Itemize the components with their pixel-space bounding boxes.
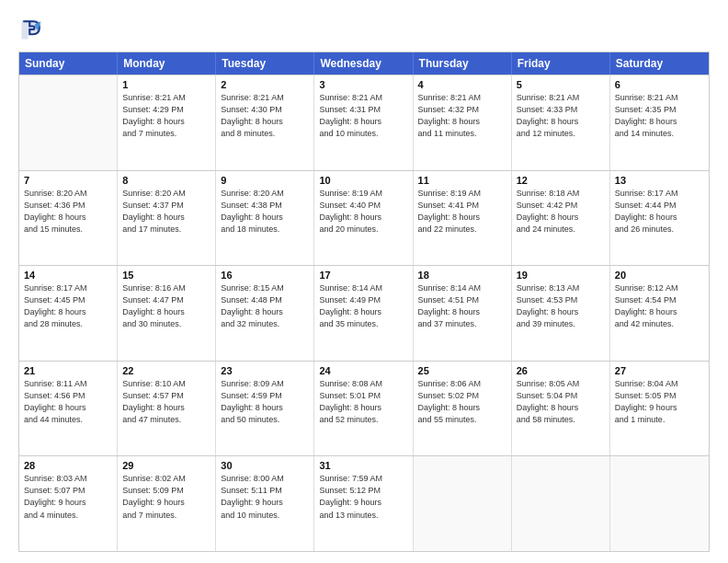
sunset-text: Sunset: 4:51 PM <box>418 294 506 306</box>
day-info: Sunrise: 8:20 AMSunset: 4:36 PMDaylight:… <box>24 188 112 236</box>
day-info: Sunrise: 8:21 AMSunset: 4:30 PMDaylight:… <box>221 92 309 140</box>
logo-icon <box>18 17 44 42</box>
calendar: SundayMondayTuesdayWednesdayThursdayFrid… <box>18 52 710 552</box>
day-info: Sunrise: 8:13 AMSunset: 4:53 PMDaylight:… <box>517 282 605 330</box>
cal-cell: 24Sunrise: 8:08 AMSunset: 5:01 PMDayligh… <box>314 362 413 456</box>
day-info: Sunrise: 8:12 AMSunset: 4:54 PMDaylight:… <box>615 282 704 330</box>
sunrise-text: Sunrise: 8:05 AM <box>517 378 605 390</box>
daylight-text-line1: Daylight: 8 hours <box>517 212 605 224</box>
sunrise-text: Sunrise: 8:21 AM <box>122 92 210 104</box>
day-info: Sunrise: 8:10 AMSunset: 4:57 PMDaylight:… <box>122 378 210 426</box>
week-row-3: 21Sunrise: 8:11 AMSunset: 4:56 PMDayligh… <box>19 361 709 456</box>
day-info: Sunrise: 8:02 AMSunset: 5:09 PMDaylight:… <box>122 473 210 521</box>
cal-cell: 5Sunrise: 8:21 AMSunset: 4:33 PMDaylight… <box>512 75 610 170</box>
daylight-text-line1: Daylight: 8 hours <box>221 116 309 128</box>
sunrise-text: Sunrise: 8:00 AM <box>221 473 309 485</box>
sunrise-text: Sunrise: 8:20 AM <box>24 188 112 200</box>
day-info: Sunrise: 8:20 AMSunset: 4:37 PMDaylight:… <box>122 188 210 236</box>
day-number: 17 <box>319 270 407 281</box>
day-number: 6 <box>615 79 704 90</box>
day-number: 29 <box>122 460 210 471</box>
week-row-4: 28Sunrise: 8:03 AMSunset: 5:07 PMDayligh… <box>19 455 709 551</box>
day-info: Sunrise: 8:17 AMSunset: 4:44 PMDaylight:… <box>615 188 704 236</box>
daylight-text-line2: and 28 minutes. <box>24 318 112 330</box>
sunrise-text: Sunrise: 8:14 AM <box>319 282 407 294</box>
sunset-text: Sunset: 4:49 PM <box>319 294 407 306</box>
day-number: 25 <box>418 365 506 376</box>
day-info: Sunrise: 8:14 AMSunset: 4:49 PMDaylight:… <box>319 282 407 330</box>
sunset-text: Sunset: 4:45 PM <box>24 294 112 306</box>
sunrise-text: Sunrise: 8:17 AM <box>24 282 112 294</box>
sunrise-text: Sunrise: 8:21 AM <box>221 92 309 104</box>
daylight-text-line2: and 14 minutes. <box>615 128 704 140</box>
sunset-text: Sunset: 4:47 PM <box>122 294 210 306</box>
sunset-text: Sunset: 4:53 PM <box>517 294 605 306</box>
day-info: Sunrise: 8:19 AMSunset: 4:41 PMDaylight:… <box>418 188 506 236</box>
sunset-text: Sunset: 4:54 PM <box>615 294 704 306</box>
cal-cell: 1Sunrise: 8:21 AMSunset: 4:29 PMDaylight… <box>118 75 216 170</box>
calendar-body: 1Sunrise: 8:21 AMSunset: 4:29 PMDaylight… <box>19 75 709 551</box>
sunset-text: Sunset: 5:09 PM <box>122 485 210 497</box>
day-number: 5 <box>517 79 605 90</box>
day-number: 15 <box>122 270 210 281</box>
sunset-text: Sunset: 4:31 PM <box>319 104 407 116</box>
daylight-text-line2: and 17 minutes. <box>122 224 210 236</box>
daylight-text-line1: Daylight: 8 hours <box>221 212 309 224</box>
sunrise-text: Sunrise: 8:13 AM <box>517 282 605 294</box>
day-number: 12 <box>517 175 605 186</box>
daylight-text-line2: and 12 minutes. <box>517 128 605 140</box>
day-number: 31 <box>319 460 407 471</box>
daylight-text-line2: and 4 minutes. <box>24 510 112 522</box>
daylight-text-line1: Daylight: 9 hours <box>122 497 210 509</box>
day-info: Sunrise: 8:21 AMSunset: 4:35 PMDaylight:… <box>615 92 704 140</box>
daylight-text-line2: and 58 minutes. <box>517 414 605 426</box>
daylight-text-line1: Daylight: 8 hours <box>122 116 210 128</box>
day-number: 4 <box>418 79 506 90</box>
week-row-2: 14Sunrise: 8:17 AMSunset: 4:45 PMDayligh… <box>19 265 709 361</box>
day-number: 28 <box>24 460 112 471</box>
daylight-text-line1: Daylight: 8 hours <box>319 212 407 224</box>
header-day-sunday: Sunday <box>19 52 118 75</box>
cal-cell: 12Sunrise: 8:18 AMSunset: 4:42 PMDayligh… <box>512 171 610 266</box>
cal-cell: 15Sunrise: 8:16 AMSunset: 4:47 PMDayligh… <box>118 266 216 361</box>
daylight-text-line1: Daylight: 8 hours <box>24 212 112 224</box>
daylight-text-line2: and 39 minutes. <box>517 318 605 330</box>
sunrise-text: Sunrise: 8:12 AM <box>615 282 704 294</box>
cal-cell: 4Sunrise: 8:21 AMSunset: 4:32 PMDaylight… <box>414 75 512 170</box>
cal-cell: 16Sunrise: 8:15 AMSunset: 4:48 PMDayligh… <box>216 266 314 361</box>
week-row-1: 7Sunrise: 8:20 AMSunset: 4:36 PMDaylight… <box>19 170 709 266</box>
page: SundayMondayTuesdayWednesdayThursdayFrid… <box>0 0 728 563</box>
day-number: 26 <box>517 365 605 376</box>
day-info: Sunrise: 8:18 AMSunset: 4:42 PMDaylight:… <box>517 188 605 236</box>
daylight-text-line1: Daylight: 8 hours <box>517 306 605 318</box>
day-number: 9 <box>221 175 309 186</box>
cal-cell: 23Sunrise: 8:09 AMSunset: 4:59 PMDayligh… <box>216 362 314 456</box>
daylight-text-line2: and 7 minutes. <box>122 510 210 522</box>
logo <box>18 17 48 42</box>
sunrise-text: Sunrise: 8:21 AM <box>418 92 506 104</box>
daylight-text-line1: Daylight: 8 hours <box>319 402 407 414</box>
daylight-text-line1: Daylight: 8 hours <box>122 306 210 318</box>
sunset-text: Sunset: 4:35 PM <box>615 104 704 116</box>
day-info: Sunrise: 8:20 AMSunset: 4:38 PMDaylight:… <box>221 188 309 236</box>
sunset-text: Sunset: 4:42 PM <box>517 200 605 212</box>
daylight-text-line2: and 15 minutes. <box>24 224 112 236</box>
week-row-0: 1Sunrise: 8:21 AMSunset: 4:29 PMDaylight… <box>19 75 709 170</box>
day-info: Sunrise: 8:15 AMSunset: 4:48 PMDaylight:… <box>221 282 309 330</box>
sunrise-text: Sunrise: 8:03 AM <box>24 473 112 485</box>
sunrise-text: Sunrise: 8:19 AM <box>319 188 407 200</box>
daylight-text-line1: Daylight: 8 hours <box>517 116 605 128</box>
daylight-text-line2: and 1 minute. <box>615 414 704 426</box>
cal-cell <box>414 456 512 551</box>
cal-cell: 28Sunrise: 8:03 AMSunset: 5:07 PMDayligh… <box>19 456 118 551</box>
cal-cell: 30Sunrise: 8:00 AMSunset: 5:11 PMDayligh… <box>216 456 314 551</box>
sunset-text: Sunset: 5:07 PM <box>24 485 112 497</box>
sunset-text: Sunset: 5:01 PM <box>319 390 407 402</box>
daylight-text-line1: Daylight: 8 hours <box>418 212 506 224</box>
day-number: 8 <box>122 175 210 186</box>
sunrise-text: Sunrise: 8:06 AM <box>418 378 506 390</box>
day-number: 23 <box>221 365 309 376</box>
sunrise-text: Sunrise: 8:16 AM <box>122 282 210 294</box>
day-number: 7 <box>24 175 112 186</box>
header <box>18 17 710 42</box>
